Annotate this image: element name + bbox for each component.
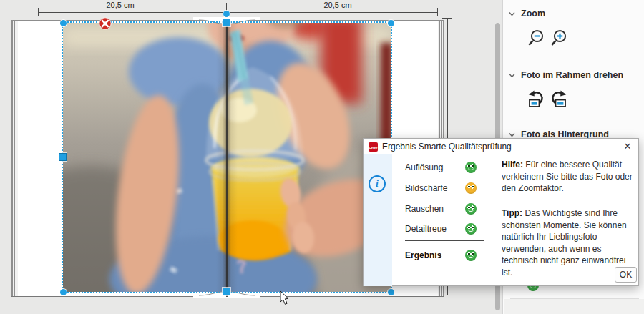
dialog-title: Ergebnis Smarte Qualitätsprüfung [382, 139, 512, 154]
book-left-page-stack [11, 20, 18, 297]
ruler-vertical-tick-bottom [442, 295, 452, 295]
result-smiley-icon [465, 250, 477, 261]
selection-handle-top-left[interactable] [60, 20, 67, 26]
help-text: Hilfe: Für eine bessere Qualität verklei… [502, 159, 633, 195]
quality-smiley-icon [465, 182, 477, 194]
quality-smiley-icon [465, 203, 477, 215]
ruler-width-right-label: 20,5 cm [306, 1, 370, 9]
ruler-tick-right [437, 8, 438, 16]
zoom-in-button[interactable] [549, 28, 569, 48]
section-header-zoom[interactable]: Zoom [509, 7, 642, 20]
ok-button[interactable]: OK [615, 267, 637, 283]
mouse-cursor [280, 290, 290, 305]
ruler-tick-left [38, 8, 39, 16]
cewe-logo-icon: cewe [369, 142, 378, 152]
quality-warning-icon[interactable] [99, 17, 112, 30]
selection-handle-bottom-left[interactable] [60, 289, 67, 295]
rotate-left-button[interactable] [526, 89, 546, 109]
selection-handle-mid-top[interactable] [223, 19, 230, 26]
info-icon: i [369, 175, 386, 192]
help-lead: Hilfe: [502, 160, 523, 170]
tip-text: Tipp: Das Wichtigste sind Ihre schönsten… [502, 207, 633, 278]
sidebar-footer-area [504, 299, 644, 314]
ruler-width-left-label: 20,5 cm [88, 1, 152, 9]
zoom-out-button[interactable] [526, 28, 546, 48]
sidebar-divider-2 [510, 117, 639, 117]
chevron-down-icon [509, 73, 515, 78]
rotate-right-icon [550, 90, 568, 108]
ruler-vertical-tick-top [442, 18, 452, 19]
section-title-zoom: Zoom [521, 9, 545, 19]
selection-handle-bottom-right[interactable] [388, 289, 394, 295]
zoom-in-icon [550, 29, 568, 47]
dialog-result-divider [405, 240, 484, 241]
selection-handle-mid-bottom[interactable] [223, 288, 230, 295]
quality-smiley-icon [465, 223, 477, 235]
close-icon[interactable]: ✕ [620, 139, 635, 154]
dialog-info-strip: i [364, 154, 392, 286]
sidebar-divider-1 [510, 54, 639, 54]
selection-handle-top-right[interactable] [388, 20, 394, 26]
dialog-titlebar[interactable]: cewe Ergebnis Smarte Qualitätsprüfung ✕ [364, 139, 638, 154]
section-title-rotate: Foto im Rahmen drehen [521, 70, 623, 80]
book-spine [226, 20, 228, 297]
quality-row-label: Bildschärfe [405, 183, 447, 193]
ruler-horizontal-line [38, 12, 438, 13]
quality-row-label: Detailtreue [405, 224, 447, 234]
quality-smiley-icon [465, 162, 477, 173]
tip-body: Das Wichtigste sind Ihre schönsten Momen… [502, 208, 627, 278]
quality-check-dialog: cewe Ergebnis Smarte Qualitätsprüfung ✕ … [363, 138, 639, 286]
section-header-rotate[interactable]: Foto im Rahmen drehen [509, 69, 642, 82]
chevron-down-icon [509, 11, 515, 16]
dialog-text-divider [502, 200, 632, 200]
quality-row-label: Rauschen [405, 204, 444, 214]
rotate-right-button[interactable] [549, 89, 569, 109]
zoom-out-icon [527, 29, 545, 47]
tip-lead: Tipp: [502, 208, 522, 218]
selection-handle-mid-left[interactable] [59, 153, 67, 161]
rotate-left-icon [527, 90, 545, 108]
result-row-label: Ergebnis [405, 250, 441, 260]
quality-row-label: Auflösung [405, 162, 443, 172]
chevron-down-icon [509, 132, 515, 137]
selection-rotate-handle[interactable] [223, 11, 230, 17]
